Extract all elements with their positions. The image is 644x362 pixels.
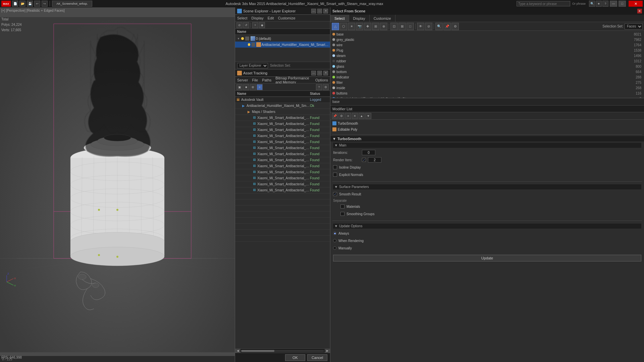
mod-item-editablepoly[interactable]: Editable Poly <box>330 126 644 132</box>
expand-icon-default[interactable]: ▼ <box>236 37 240 41</box>
sfs-item-grey_plastic[interactable]: grey_plastic 7982 <box>330 37 644 42</box>
at-menu-paths[interactable]: Paths <box>262 78 271 82</box>
se-menu-customize[interactable]: Customize <box>278 16 296 20</box>
at-row-map-6[interactable]: 🖼 Xiaomi_Mi_Smart_Antibacterial_Humidifi… <box>235 151 330 157</box>
mod-item-turbosmooth[interactable]: TurboSmooth <box>330 120 644 126</box>
mod-up-btn[interactable]: ▲ <box>359 113 365 119</box>
sfs-item-wire[interactable]: wire 1764 <box>330 42 644 48</box>
at-row-map-10[interactable]: 🖼 Xiaomi_Mi_Smart_Antibacterial_Humidifi… <box>235 175 330 181</box>
at-scroll-right[interactable]: ▶ <box>325 349 330 353</box>
sfs-filter-btn[interactable]: ⊘ <box>425 23 432 30</box>
sfs-item-rubber[interactable]: rubber 1012 <box>330 58 644 64</box>
sfs-select-all-btn[interactable]: ⊡ <box>390 23 398 30</box>
undo-btn[interactable]: ↩ <box>34 1 40 7</box>
tree-row-object[interactable]: Antibacterial_Humidifier_Xiaomi_Mi_Smart… <box>235 42 330 48</box>
ts-update-btn[interactable]: Update <box>333 255 641 261</box>
at-row-map-12[interactable]: 🖼 Xiaomi_Mi_Smart_Antibacterial_Humidifi… <box>235 187 330 193</box>
minimize-btn[interactable]: — <box>610 1 617 7</box>
at-btn4[interactable]: ≡ <box>257 84 263 90</box>
se-menu-display[interactable]: Display <box>252 16 264 20</box>
redo-btn[interactable]: ↪ <box>42 1 48 7</box>
save-btn[interactable]: 💾 <box>27 1 33 7</box>
at-menu-bitmap[interactable]: Bitmap Performance and Memory <box>275 76 311 84</box>
sfs-tab-select[interactable]: Select <box>330 15 349 22</box>
at-settings-btn[interactable]: ⚙ <box>323 84 329 90</box>
sfs-item-steam[interactable]: steam 1496 <box>330 53 644 58</box>
tree-row-default-layer[interactable]: ▼ 0 (default) <box>235 36 330 42</box>
at-btn2[interactable]: ■ <box>243 84 249 90</box>
at-scroll-left[interactable]: ◀ <box>235 349 240 353</box>
at-btn3[interactable]: ⊞ <box>250 84 256 90</box>
sfs-item-indicator[interactable]: indicator 288 <box>330 74 644 80</box>
at-menu-options[interactable]: Options <box>315 78 328 82</box>
at-row-map-1[interactable]: 🖼 Xiaomi_Mi_Smart_Antibacterial_Humidifi… <box>235 121 330 127</box>
search-icon[interactable]: 🔍 <box>589 1 595 7</box>
close-btn[interactable]: ✕ <box>629 1 643 7</box>
sfs-display-btn[interactable]: 👁 <box>417 23 424 30</box>
at-max-btn[interactable]: □ <box>317 71 322 75</box>
maximize-btn[interactable]: □ <box>619 1 626 7</box>
at-row-map-7[interactable]: 🖼 Xiaomi_Mi_Smart_Antibacterial_Humidifi… <box>235 157 330 163</box>
ts-always-radio[interactable] <box>333 232 336 235</box>
scene-explorer-close-btn[interactable]: ✕ <box>323 9 328 13</box>
layer-explorer-select[interactable]: Layer Explorer <box>237 63 268 68</box>
at-menu-file[interactable]: File <box>252 78 258 82</box>
sfs-bone-btn[interactable]: ⊕ <box>380 23 387 30</box>
ts-manually-radio[interactable] <box>333 246 336 250</box>
at-menu-server[interactable]: Server <box>237 78 248 82</box>
mod-down-btn[interactable]: ▼ <box>365 113 371 119</box>
sfs-shape-btn[interactable]: ⬡ <box>340 23 347 30</box>
ts-iterations-input[interactable] <box>362 150 375 155</box>
sfs-zoom-btn[interactable]: 🔍 <box>435 23 443 30</box>
at-row-map-3[interactable]: 🖼 Xiaomi_Mi_Smart_Antibacterial_Humidifi… <box>235 133 330 139</box>
sfs-options-btn[interactable]: ⚙ <box>451 23 459 30</box>
ts-when-rendering-radio[interactable] <box>333 239 336 242</box>
at-btn1[interactable]: ▣ <box>236 84 243 90</box>
sfs-item-buttons[interactable]: buttons 116 <box>330 90 644 96</box>
new-btn[interactable]: 📄 <box>12 1 18 7</box>
scene-explorer-min-btn[interactable]: — <box>311 9 316 13</box>
se-expand-btn[interactable]: + <box>252 22 258 28</box>
sfs-tab-customize[interactable]: Customize <box>370 15 395 22</box>
mod-stack-btn[interactable]: ≡ <box>345 113 351 119</box>
sfs-pin-btn[interactable]: 📌 <box>443 23 451 30</box>
keyword-search-input[interactable] <box>517 1 570 6</box>
at-scroll-track[interactable] <box>241 350 324 352</box>
scene-explorer-max-btn[interactable]: □ <box>317 9 322 13</box>
ts-explicit-check[interactable] <box>333 173 337 177</box>
mod-delete-btn[interactable]: ✕ <box>352 113 358 119</box>
ts-materials-check[interactable] <box>340 204 344 208</box>
help-icon[interactable]: ? <box>602 1 608 7</box>
se-menu-select[interactable]: Select <box>237 16 248 20</box>
sfs-none-btn[interactable]: □ <box>407 23 414 30</box>
asset-tracking-table[interactable]: 🏛 Autodesk Vault Logged ▶ Antibacterial_… <box>235 97 330 349</box>
sfs-camera-btn[interactable]: 📷 <box>356 23 363 30</box>
at-row-map-0[interactable]: 🖼 Xiaomi_Mi_Smart_Antibacterial_Humidifi… <box>235 115 330 121</box>
at-row-map-9[interactable]: 🖼 Xiaomi_Mi_Smart_Antibacterial_Humidifi… <box>235 169 330 175</box>
at-row-map-11[interactable]: 🖼 Xiaomi_Mi_Smart_Antibacterial_Humidifi… <box>235 181 330 187</box>
at-row-map-8[interactable]: 🖼 Xiaomi_Mi_Smart_Antibacterial_Humidifi… <box>235 163 330 169</box>
open-btn[interactable]: 📂 <box>19 1 25 7</box>
sfs-space-btn[interactable]: ⊞ <box>372 23 379 30</box>
at-row-file[interactable]: ▶ Antibacterial_Humidifier_Xiaomi_Mi_Sma… <box>235 103 330 109</box>
sfs-item-plug[interactable]: Plug 1538 <box>330 48 644 53</box>
ts-isoline-check[interactable] <box>333 165 337 169</box>
ts-smoothing-check[interactable] <box>340 212 344 216</box>
at-cancel-btn[interactable]: Cancel <box>307 354 327 361</box>
at-row-map-2[interactable]: 🖼 Xiaomi_Mi_Smart_Antibacterial_Humidifi… <box>235 127 330 133</box>
at-row-map-5[interactable]: 🖼 Xiaomi_Mi_Smart_Antibacterial_Humidifi… <box>235 145 330 151</box>
at-help-btn[interactable]: ? <box>316 84 322 90</box>
viewport[interactable]: [+] [Perspective] [Realistic + Edged Fac… <box>0 7 235 362</box>
mod-pin-btn[interactable]: 📌 <box>332 113 338 119</box>
sfs-geometry-btn[interactable]: △ <box>332 23 339 30</box>
sfs-item-bottom[interactable]: bottom 664 <box>330 69 644 74</box>
se-menu-edit[interactable]: Edit <box>268 16 274 20</box>
at-min-btn[interactable]: — <box>311 71 316 75</box>
sfs-close-btn[interactable]: ✕ <box>637 9 642 13</box>
se-highlight-btn[interactable]: ◆ <box>259 22 265 28</box>
bookmark-icon[interactable]: ★ <box>596 1 602 7</box>
sfs-item-glass[interactable]: glass 800 <box>330 64 644 69</box>
se-sync-btn[interactable]: ↺ <box>243 22 249 28</box>
sfs-item-filter[interactable]: filter 275 <box>330 80 644 85</box>
ts-render-iters-input[interactable] <box>368 157 381 163</box>
